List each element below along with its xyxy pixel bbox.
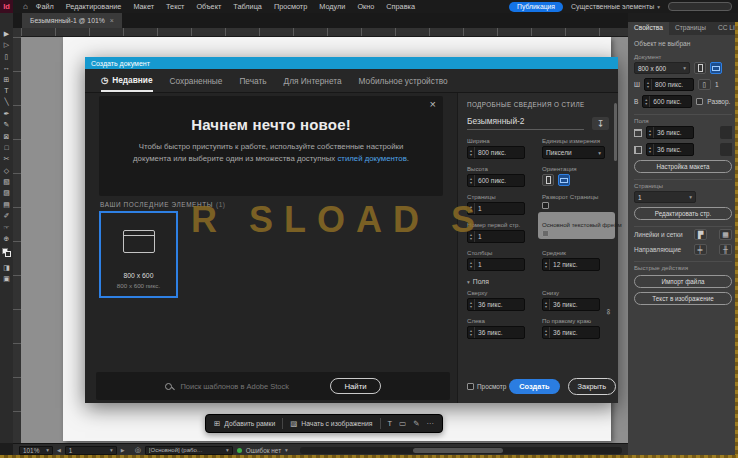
menu-object[interactable]: Объект: [196, 2, 221, 11]
menu-view[interactable]: Просмотр: [274, 2, 307, 11]
tab-properties[interactable]: Свойства: [628, 22, 669, 35]
start-with-image-button[interactable]: ▨ Начать с изображения: [290, 419, 372, 428]
content-collector-tool-icon[interactable]: ⊞: [4, 76, 10, 83]
tab-pages[interactable]: Страницы: [669, 22, 712, 35]
menu-edit[interactable]: Редактирование: [66, 2, 122, 11]
stepper-arrows-icon[interactable]: [647, 144, 654, 155]
free-transform-tool-icon[interactable]: ◇: [4, 167, 9, 174]
recent-preset-card[interactable]: 800 x 600 800 x 600 пикс.: [99, 211, 178, 298]
document-tab[interactable]: Безымянный-1 @ 101% ×: [22, 13, 122, 28]
vertical-ruler[interactable]: [13, 37, 21, 443]
units-select[interactable]: Пиксели ▾: [542, 146, 605, 159]
app-search-input[interactable]: [668, 2, 732, 11]
columns-field[interactable]: 1: [467, 258, 525, 271]
page-size-preset-select[interactable]: 800 x 600 ▾: [634, 62, 690, 74]
save-preset-icon[interactable]: ↧: [592, 117, 609, 130]
landscape-orientation-icon[interactable]: [710, 62, 722, 74]
gutter-field[interactable]: 12 пикс.: [542, 258, 600, 271]
portrait-orientation-icon[interactable]: [542, 174, 554, 186]
eyedropper-tool-icon[interactable]: ✐: [4, 212, 10, 219]
direct-selection-tool-icon[interactable]: ▷: [4, 41, 9, 48]
close-banner-icon[interactable]: ×: [430, 98, 436, 110]
clipped-field[interactable]: [720, 126, 732, 139]
height-field[interactable]: 600 пикс.: [467, 174, 525, 187]
height-field[interactable]: 600 пикс.: [642, 95, 692, 108]
screen-mode-icon[interactable]: ▣: [3, 275, 10, 282]
guides-lock-icon[interactable]: ╪: [694, 244, 707, 255]
document-name-input[interactable]: Безымянный-2: [467, 116, 584, 130]
gap-tool-icon[interactable]: ↔: [3, 64, 10, 71]
stepper-arrows-icon[interactable]: [543, 327, 550, 338]
page-number-select[interactable]: 1 ▾: [65, 446, 117, 455]
add-frames-button[interactable]: ⊞ Добавить рамки: [214, 419, 275, 428]
fill-stroke-swatches[interactable]: [2, 248, 11, 257]
menu-file[interactable]: Файл: [36, 2, 54, 11]
portrait-orientation-icon[interactable]: [694, 62, 706, 74]
pages-select[interactable]: 1 ▾: [634, 191, 696, 203]
horizontal-ruler[interactable]: 5010015020025030035040045050055060065070…: [21, 28, 628, 37]
guides-show-icon[interactable]: ╫: [719, 244, 732, 255]
facing-pages-checkbox[interactable]: [696, 98, 703, 105]
horizontal-scrollbar[interactable]: [300, 447, 622, 454]
ruler-origin[interactable]: [13, 28, 21, 37]
stepper-arrows-icon[interactable]: [468, 231, 475, 242]
tab-saved[interactable]: Сохраненные: [170, 69, 223, 92]
note-tool-icon[interactable]: ▤: [3, 201, 10, 208]
preflight-profile-select[interactable]: [Основной] (рабо… ▾: [145, 446, 233, 455]
margin-left-field[interactable]: 36 пикс.: [467, 326, 525, 339]
workspace-switcher[interactable]: Существенные элементы ▾: [571, 3, 660, 10]
menu-window[interactable]: Окно: [357, 2, 374, 11]
preview-checkbox[interactable]: [467, 383, 474, 390]
stroke-swatch[interactable]: [5, 251, 11, 257]
find-button[interactable]: Найти: [330, 378, 380, 394]
add-text-icon[interactable]: T: [388, 419, 393, 428]
scrollbar-thumb[interactable]: [413, 448, 503, 453]
stepper-arrows-icon[interactable]: [543, 259, 550, 270]
margin-field[interactable]: 36 пикс.: [646, 126, 694, 139]
width-field[interactable]: 800 пикс.: [467, 146, 525, 159]
primary-text-frame-checkbox[interactable]: [542, 230, 549, 237]
link-margins-icon[interactable]: ∞: [605, 309, 614, 315]
draw-icon[interactable]: ✎: [413, 419, 419, 428]
text-to-image-button[interactable]: Текст в изображение: [634, 292, 732, 305]
zoom-tool-icon[interactable]: ⊕: [4, 235, 10, 242]
zoom-level-select[interactable]: 101% ▾: [19, 446, 53, 455]
tab-recent[interactable]: ◷ Недавние: [101, 69, 153, 92]
import-file-button[interactable]: Импорт файла: [634, 275, 732, 288]
stepper-arrows-icon[interactable]: [468, 327, 475, 338]
create-button[interactable]: Создать: [509, 379, 559, 394]
formatting-affects-icon[interactable]: ◨: [3, 264, 10, 271]
edit-pages-button[interactable]: Редактировать стр.: [634, 207, 732, 220]
menu-type[interactable]: Текст: [166, 2, 184, 11]
stepper-arrows-icon[interactable]: [468, 147, 475, 158]
pen-tool-icon[interactable]: ✒: [4, 110, 10, 117]
grids-icon[interactable]: ▦: [719, 229, 732, 240]
rectangle-frame-tool-icon[interactable]: ⊠: [4, 133, 10, 140]
previous-page-icon[interactable]: ◀: [57, 447, 61, 453]
facing-pages-checkbox[interactable]: [542, 202, 549, 209]
margin-bottom-field[interactable]: 36 пикс.: [542, 298, 600, 311]
rulers-icon[interactable]: ▛: [694, 229, 707, 240]
frame-icon[interactable]: ▭: [399, 419, 406, 428]
stepper-arrows-icon[interactable]: [468, 299, 475, 310]
menu-layout[interactable]: Макет: [133, 2, 154, 11]
tab-mobile[interactable]: Мобильное устройство: [359, 69, 448, 92]
type-tool-icon[interactable]: T: [4, 87, 8, 94]
stepper-arrows-icon[interactable]: [468, 203, 475, 214]
margin-top-field[interactable]: 36 пикс.: [467, 298, 525, 311]
line-tool-icon[interactable]: ╲: [4, 98, 8, 105]
more-options-icon[interactable]: ···: [426, 419, 434, 428]
menu-help[interactable]: Справка: [386, 2, 415, 11]
pages-field[interactable]: 1: [467, 202, 525, 215]
stepper-arrows-icon[interactable]: [468, 175, 475, 186]
tab-web[interactable]: Для Интернета: [284, 69, 342, 92]
menu-plugins[interactable]: Модули: [319, 2, 345, 11]
pencil-tool-icon[interactable]: ✎: [4, 121, 10, 128]
chevron-down-icon[interactable]: ▾: [285, 447, 288, 453]
dialog-title-bar[interactable]: Создать документ: [85, 57, 618, 69]
start-page-field[interactable]: 1: [467, 230, 525, 243]
close-button[interactable]: Закрыть: [568, 378, 616, 395]
margin-field[interactable]: 36 пикс.: [646, 143, 694, 156]
margin-right-field[interactable]: 36 пикс.: [542, 326, 600, 339]
home-icon[interactable]: ⌂: [23, 2, 28, 11]
